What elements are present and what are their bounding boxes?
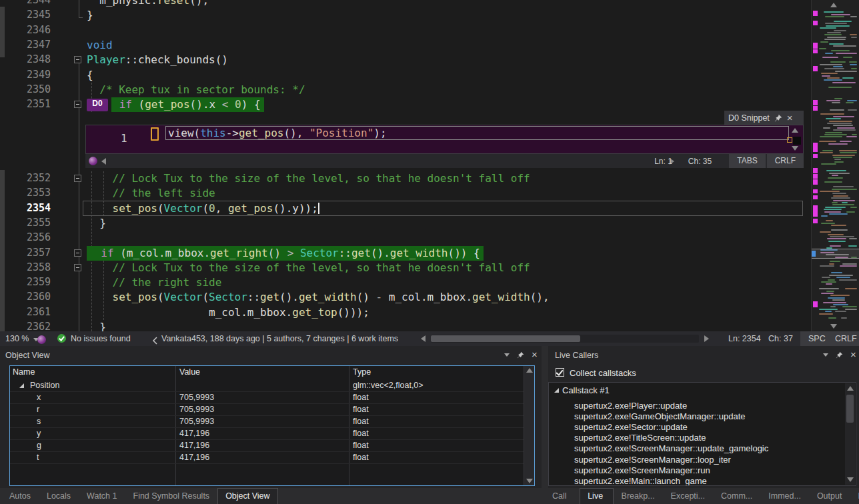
ln-indicator[interactable]: Ln: 2354 — [728, 331, 761, 346]
close-icon[interactable]: × — [850, 351, 856, 359]
code-line[interactable]: 2346 — [0, 23, 811, 38]
fold-toggle-icon[interactable] — [74, 101, 81, 108]
tab-comm-[interactable]: Comm... — [713, 488, 760, 504]
line-number[interactable]: 2360 — [0, 291, 51, 303]
line-number[interactable]: 2353 — [0, 187, 51, 199]
table-row[interactable]: g417,196float — [10, 439, 524, 452]
eol-toggle[interactable]: CRLF — [827, 331, 859, 346]
line-number[interactable]: 2355 — [0, 217, 51, 229]
snippet-tabs-toggle[interactable]: TABS — [729, 154, 765, 168]
pin-icon[interactable] — [517, 351, 524, 359]
window-menu-icon[interactable] — [504, 353, 510, 357]
scrollbar-thumb[interactable] — [431, 335, 580, 342]
line-number[interactable]: 2350 — [0, 83, 51, 95]
code-line[interactable]: 2348Player::check_bounds() — [0, 53, 811, 67]
tab-breakp-[interactable]: Breakp... — [614, 488, 663, 504]
tab-autos[interactable]: Autos — [1, 488, 39, 504]
tab-excepti-[interactable]: Excepti... — [663, 488, 713, 504]
code-line[interactable]: 2345} — [0, 8, 811, 23]
line-number[interactable]: 2346 — [0, 24, 51, 36]
table-row[interactable]: y417,196float — [10, 427, 524, 440]
line-number[interactable]: 2358 — [0, 261, 51, 273]
tab-object-view[interactable]: Object View — [217, 488, 277, 504]
line-number[interactable]: 2347 — [0, 39, 51, 51]
code-line[interactable]: 2349{ — [0, 68, 811, 83]
column-header-name[interactable]: Name — [13, 366, 35, 379]
line-number[interactable]: 2352 — [0, 172, 51, 184]
fold-toggle-icon[interactable] — [74, 175, 81, 182]
column-header-value[interactable]: Value — [179, 366, 200, 379]
code-line[interactable]: 2344 m_physic.reset(); — [0, 0, 811, 8]
callers-vertical-scrollbar[interactable] — [845, 383, 855, 485]
snippet-editor[interactable]: 1 view(this->get_pos(), "Position"); — [85, 125, 804, 154]
stack-frame[interactable]: supertux2.exe!Sector::update — [574, 422, 688, 432]
scrollbar-thumb[interactable] — [846, 395, 854, 423]
tab-find-symbol-results[interactable]: Find Symbol Results — [125, 488, 218, 504]
snippet-code-line[interactable]: view(this->get_pos(), "Position"); — [165, 126, 789, 140]
scroll-up-icon[interactable] — [847, 386, 854, 391]
snippet-eol-toggle[interactable]: CRLF — [767, 154, 804, 168]
line-number[interactable]: 2356 — [0, 231, 51, 243]
callstack-root[interactable]: Callstack #1 — [562, 385, 610, 395]
purple-swirl-icon[interactable] — [89, 157, 97, 165]
line-number[interactable]: 2344 — [0, 0, 51, 6]
code-line[interactable]: 2362 } — [0, 320, 811, 331]
hscroll-right-icon[interactable] — [704, 335, 709, 342]
table-row[interactable]: x705,9993float — [10, 391, 524, 404]
stack-frame[interactable]: supertux2.exe!GameObjectManager::update — [574, 411, 746, 421]
line-number[interactable]: 2345 — [0, 9, 51, 21]
line-number[interactable]: 2359 — [0, 276, 51, 288]
scroll-up-icon[interactable] — [526, 368, 533, 373]
stack-frame[interactable]: supertux2.exe!Main::launch_game — [574, 476, 707, 486]
table-row[interactable]: Positionglm::vec<2,float,0> — [10, 379, 524, 392]
minimap-scroll-down-icon[interactable] — [830, 324, 837, 329]
snippet-ln-indicator[interactable]: Ln: 1 — [654, 157, 672, 166]
pin-icon[interactable] — [836, 351, 843, 359]
stack-frame[interactable]: supertux2.exe!TitleScreen::update — [574, 433, 706, 443]
code-line[interactable]: 2354 set_pos(Vector(0, get_pos().y)); — [0, 201, 811, 216]
scroll-down-icon[interactable] — [526, 479, 533, 483]
stack-frame[interactable]: supertux2.exe!ScreenManager::run — [574, 465, 710, 475]
chevron-left-icon[interactable] — [152, 335, 157, 343]
expander-icon[interactable] — [19, 383, 24, 388]
tab-error-list[interactable]: Error List — [850, 488, 859, 504]
code-line[interactable]: 2355 } — [0, 216, 811, 231]
code-line[interactable]: 2361 m_col.m_bbox.get_top())); — [0, 305, 811, 320]
snippet-ch-indicator[interactable]: Ch: 35 — [688, 157, 712, 166]
line-number[interactable]: 2354 — [0, 202, 51, 214]
pin-icon[interactable] — [774, 114, 782, 122]
code-line[interactable]: 2350 /* Keep tux in sector bounds: */ — [0, 83, 811, 97]
code-line[interactable]: 2357 if (m_col.m_bbox.get_right() > Sect… — [0, 246, 811, 261]
line-number[interactable]: 2361 — [0, 306, 51, 318]
code-line[interactable]: 2359 // the right side — [0, 275, 811, 290]
d0-badge[interactable]: D0 — [87, 99, 108, 111]
stack-frame[interactable]: supertux2.exe!ScreenManager::loop_iter — [574, 455, 731, 465]
zoom-level-select[interactable]: 130 % — [5, 331, 39, 346]
scroll-down-icon[interactable] — [847, 477, 854, 482]
code-line[interactable]: 2356 — [0, 231, 811, 245]
close-icon[interactable]: × — [787, 114, 793, 122]
table-row[interactable]: r705,9993float — [10, 403, 524, 416]
code-line[interactable]: 2358 // Lock Tux to the size of the leve… — [0, 261, 811, 275]
tab-output[interactable]: Output — [809, 488, 850, 504]
purple-swirl-icon[interactable] — [37, 334, 46, 343]
code-editor[interactable]: 2344 m_physic.reset();2345}23462347void2… — [0, 0, 811, 331]
snippet-scroll-down-icon[interactable] — [792, 146, 798, 151]
table-row[interactable]: t417,196float — [10, 451, 524, 464]
column-header-type[interactable]: Type — [353, 366, 371, 379]
health-indicator[interactable]: No issues found — [57, 331, 131, 346]
stack-frame[interactable]: supertux2.exe!ScreenManager::update_game… — [574, 443, 768, 453]
grid-vertical-scrollbar[interactable] — [524, 366, 534, 485]
code-line[interactable]: 2353 // the left side — [0, 186, 811, 201]
object-view-grid[interactable]: Name Value Type Positionglm::vec<2,float… — [9, 365, 535, 486]
code-line[interactable]: 2352 // Lock Tux to the size of the leve… — [0, 171, 811, 186]
expander-icon[interactable] — [554, 388, 559, 393]
git-blame-info[interactable]: Vankata453, 188 days ago | 5 authors, 7 … — [161, 331, 398, 346]
snippet-scroll-up-icon[interactable] — [792, 128, 798, 133]
line-number[interactable]: 2348 — [0, 53, 51, 65]
table-row[interactable]: s705,9993float — [10, 415, 524, 428]
snippet-hscroll-left-icon[interactable] — [101, 158, 106, 165]
code-line[interactable]: 2347void — [0, 38, 811, 53]
horizontal-scrollbar[interactable] — [431, 335, 699, 343]
code-line[interactable]: 2351D0 if (get_pos().x < 0) { — [0, 97, 811, 112]
